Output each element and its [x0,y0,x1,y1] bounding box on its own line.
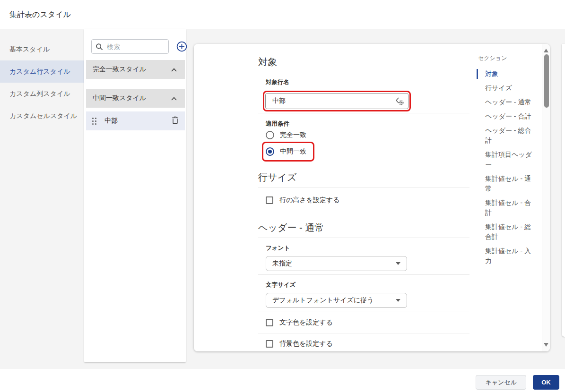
text-color-checkbox-block: 文字色を設定する [258,312,469,333]
condition-label: 適用条件 [266,120,469,128]
cancel-button[interactable]: キャンセル [476,375,526,390]
sidebar-item-custom-row-style[interactable]: カスタム行スタイル [0,60,84,83]
section-link-header-subtotal[interactable]: ヘッダー - 合計 [477,111,541,121]
radio-exact-match[interactable]: 完全一致 [266,131,469,139]
font-size-label: 文字サイズ [266,281,469,289]
checkbox-label: 背景色を設定する [279,340,333,348]
checkbox-label: 行の高さを設定する [279,196,340,205]
scroll-up-arrow-icon[interactable] [544,49,548,52]
title-bar: 集計表のスタイル [0,0,565,29]
radio-icon-checked[interactable] [266,147,274,156]
row-name-field-box [265,93,409,109]
checkbox-label: 文字色を設定する [279,318,333,327]
group-label: 中間一致スタイル [93,94,146,102]
section-jump-nav: セクション 対象 行サイズ ヘッダー - 通常 ヘッダー - 合計 ヘッダー -… [477,44,543,270]
delete-style-button[interactable] [172,116,179,126]
section-link-value-cell-grandtotal[interactable]: 集計値セル - 総合計 [477,222,541,242]
style-editor-card: 対象 対象行名 適用条件 完全一致 [194,44,550,351]
section-link-target[interactable]: 対象 [477,69,541,79]
drag-handle-icon[interactable] [92,118,96,125]
font-label: フォント [266,244,469,252]
trash-icon [172,116,179,126]
style-type-sidebar: 基本スタイル カスタム行スタイル カスタム列スタイル カスタムセルスタイル [0,29,84,369]
section-heading-row-size: 行サイズ [258,171,469,187]
sidebar-item-custom-column-style[interactable]: カスタム列スタイル [0,83,84,105]
section-link-header-grandtotal[interactable]: ヘッダー - 総合計 [477,126,541,145]
sidebar-item-custom-cell-style[interactable]: カスタムセルスタイル [0,105,84,127]
section-link-item-header[interactable]: 集計項目ヘッダー [477,150,541,170]
caret-down-icon [396,262,400,265]
section-link-value-cell-subtotal[interactable]: 集計値セル - 合計 [477,198,541,218]
divider [258,113,469,113]
caret-down-icon [396,299,400,302]
section-heading-header-normal: ヘッダー - 通常 [258,222,469,238]
font-size-dropdown[interactable]: デフォルトフォントサイズに従う [266,293,407,308]
scrollbar-thumb[interactable] [544,54,549,108]
chevron-up-icon [171,66,177,73]
dropdown-value: 未指定 [272,259,292,268]
add-style-button[interactable] [176,41,187,52]
section-link-value-cell-normal[interactable]: 集計値セル - 通常 [477,174,541,194]
radio-partial-match[interactable]: 中間一致 [266,147,306,156]
editor-content: 対象 対象行名 適用条件 完全一致 [194,44,478,351]
group-exact-match-styles[interactable]: 完全一致スタイル [86,60,185,79]
font-dropdown[interactable]: 未指定 [266,256,407,271]
section-nav-label: セクション [478,54,543,62]
checkbox-icon[interactable] [266,319,273,326]
dropdown-value: デフォルトフォントサイズに従う [272,296,374,305]
row-height-checkbox-row[interactable]: 行の高さを設定する [266,196,469,205]
section-link-row-size[interactable]: 行サイズ [477,83,541,93]
radio-label: 完全一致 [280,131,306,139]
checkbox-icon[interactable] [266,340,273,348]
search-row [91,39,179,54]
sidebar-item-basic-style[interactable]: 基本スタイル [0,38,84,60]
text-color-checkbox-row[interactable]: 文字色を設定する [266,318,469,327]
section-heading-target: 対象 [258,56,469,72]
group-label: 完全一致スタイル [93,65,146,74]
annotation-red-box-field [263,91,411,111]
annotation-red-box-radio: 中間一致 [262,142,314,162]
ok-button[interactable]: OK [533,375,559,390]
background-color-checkbox-block: 背景色を設定する [258,333,469,351]
search-icon [96,43,103,52]
scroll-down-arrow-icon[interactable] [544,343,548,347]
background-color-checkbox-row[interactable]: 背景色を設定する [266,340,469,348]
style-list-panel: 完全一致スタイル 中間一致スタイル 中部 [84,29,186,362]
pivot-style-dialog: 集計表のスタイル 基本スタイル カスタム行スタイル カスタム列スタイル カスタム… [0,0,565,392]
checkbox-icon[interactable] [266,196,273,204]
dialog-footer: キャンセル OK [0,369,565,392]
chevron-up-icon [171,94,177,102]
row-name-label: 対象行名 [266,78,469,86]
group-partial-match-styles[interactable]: 中間一致スタイル [86,89,185,108]
radio-icon-unchecked[interactable] [266,131,274,139]
cropped-panel-edge [562,44,565,337]
vertical-scrollbar[interactable] [542,44,550,351]
add-icon [176,46,187,53]
row-name-input[interactable] [265,93,409,109]
page-title: 集計表のスタイル [9,10,71,20]
section-link-header-normal[interactable]: ヘッダー - 通常 [477,97,541,107]
style-list-item-chubu[interactable]: 中部 [86,111,185,130]
bracket-gear-icon [394,100,405,107]
style-item-label: 中部 [104,117,118,125]
radio-label: 中間一致 [280,147,306,156]
section-link-value-cell-input[interactable]: 集計値セル - 入力 [477,246,541,266]
divider [258,274,469,275]
field-settings-button[interactable] [394,96,405,106]
